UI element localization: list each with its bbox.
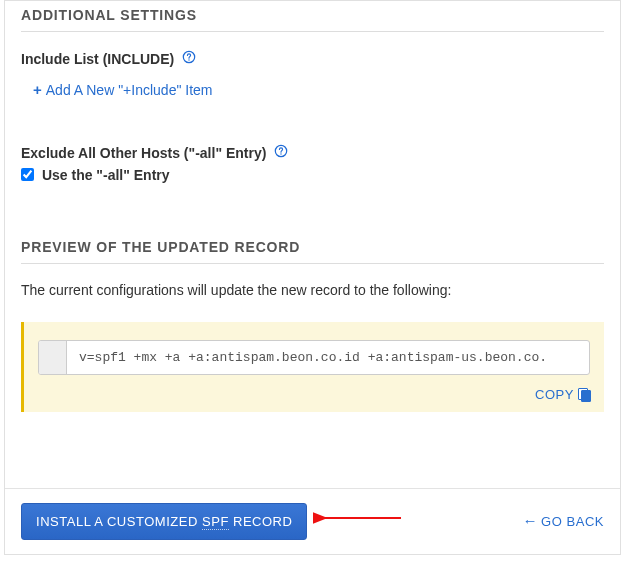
preview-heading: PREVIEW OF THE UPDATED RECORD: [21, 239, 604, 264]
help-icon[interactable]: [274, 144, 288, 160]
install-spf-button[interactable]: INSTALL A CUSTOMIZED SPF RECORD: [21, 503, 307, 540]
additional-settings-heading: ADDITIONAL SETTINGS: [21, 7, 604, 32]
add-include-button[interactable]: +Add A New "+Include" Item: [33, 82, 213, 98]
install-btn-term: SPF: [202, 514, 229, 530]
add-include-label: Add A New "+Include" Item: [46, 82, 213, 98]
preview-record-box: v=spf1 +mx +a +a:antispam.beon.co.id +a:…: [21, 322, 604, 412]
use-all-label: Use the "-all" Entry: [42, 167, 170, 183]
install-btn-suffix: RECORD: [229, 514, 293, 529]
include-list-field: Include List (INCLUDE): [21, 50, 604, 67]
help-icon[interactable]: [182, 50, 196, 66]
copy-button[interactable]: COPY: [535, 387, 590, 402]
copy-label: COPY: [535, 387, 574, 402]
install-btn-prefix: INSTALL A CUSTOMIZED: [36, 514, 202, 529]
record-display: v=spf1 +mx +a +a:antispam.beon.co.id +a:…: [38, 340, 590, 375]
svg-point-3: [281, 153, 282, 154]
use-all-checkbox[interactable]: [21, 168, 34, 181]
include-list-label: Include List (INCLUDE): [21, 51, 174, 67]
record-value: v=spf1 +mx +a +a:antispam.beon.co.id +a:…: [67, 341, 589, 374]
svg-point-1: [188, 59, 189, 60]
use-all-entry-row[interactable]: Use the "-all" Entry: [21, 167, 170, 183]
go-back-link[interactable]: ←GO BACK: [523, 514, 604, 529]
preview-intro-text: The current configurations will update t…: [21, 282, 604, 298]
record-gutter: [39, 341, 67, 374]
exclude-all-label: Exclude All Other Hosts ("-all" Entry): [21, 145, 266, 161]
footer-actions: INSTALL A CUSTOMIZED SPF RECORD ←GO BACK: [5, 489, 620, 540]
copy-icon: [578, 388, 590, 400]
go-back-label: GO BACK: [541, 514, 604, 529]
exclude-all-field: Exclude All Other Hosts ("-all" Entry): [21, 144, 604, 161]
plus-icon: +: [33, 81, 42, 98]
